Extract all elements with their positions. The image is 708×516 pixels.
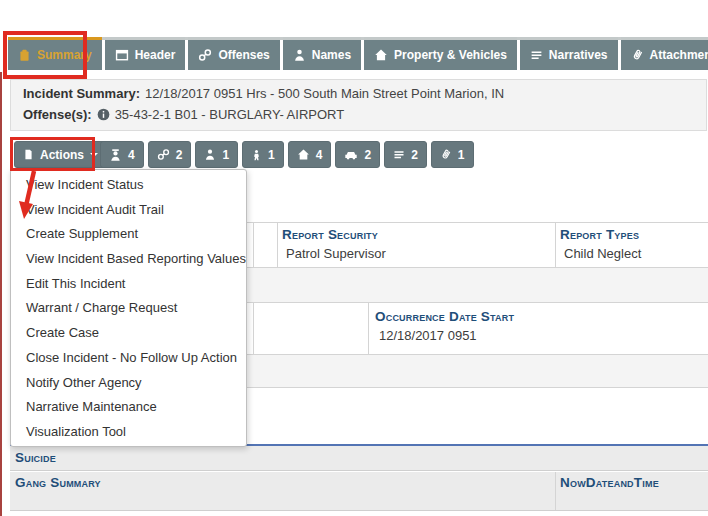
menu-item-warrant-charge-request[interactable]: Warrant / Charge Request: [11, 296, 246, 321]
badge-count: 1: [268, 148, 275, 162]
clipboard-icon: [18, 48, 31, 63]
menu-item-narrative-maintenance[interactable]: Narrative Maintenance: [11, 395, 246, 420]
incident-summary-panel: Incident Summary: 12/18/2017 0951 Hrs - …: [10, 79, 707, 131]
cell-divider: [253, 303, 254, 354]
names-count-badge[interactable]: 1: [195, 141, 238, 168]
badge-count: 1: [222, 148, 229, 162]
tab-header[interactable]: Header: [105, 37, 186, 70]
tab-label: Header: [135, 48, 176, 62]
entity-count-badges: 4 2 1 1 4 2 2: [100, 141, 474, 168]
cell-divider: [253, 223, 254, 267]
tab-narratives[interactable]: Narratives: [520, 37, 618, 70]
incident-summary-label: Incident Summary:: [23, 86, 140, 101]
now-date-and-time-label: NowDateandTime: [560, 475, 659, 490]
tab-offenses[interactable]: Offenses: [188, 37, 279, 70]
tab-bar: Summary Header Offenses Names Property &…: [8, 37, 708, 70]
offenses-count-badge[interactable]: 2: [148, 141, 192, 168]
menu-item-close-incident-no-follow-up[interactable]: Close Incident - No Follow Up Action: [11, 346, 246, 371]
incident-summary-value: 12/18/2017 0951 Hrs - 500 South Main Str…: [145, 86, 504, 101]
narrative-lines-icon: [530, 49, 543, 62]
officer-icon: [109, 148, 122, 162]
attachments-count-badge[interactable]: 1: [431, 141, 474, 168]
report-security-value: Patrol Supervisor: [286, 246, 386, 261]
tab-label: Property & Vehicles: [394, 48, 507, 62]
offenses-label: Offense(s):: [23, 107, 92, 122]
menu-item-edit-this-incident[interactable]: Edit This Incident: [11, 272, 246, 297]
badge-count: 4: [316, 148, 323, 162]
menu-item-create-case[interactable]: Create Case: [11, 321, 246, 346]
suicide-section-row: Suicide: [10, 446, 708, 471]
tab-label: Offenses: [218, 48, 269, 62]
suicide-label: Suicide: [15, 450, 56, 465]
cell-divider: [555, 223, 556, 267]
paperclip-icon: [631, 48, 644, 62]
tab-names[interactable]: Names: [283, 37, 361, 70]
annotation-left-edge-line: [0, 72, 2, 516]
cell-divider: [277, 223, 278, 267]
narratives-count-badge[interactable]: 2: [384, 141, 427, 168]
handcuffs-icon: [157, 148, 170, 161]
badge-count: 4: [128, 148, 135, 162]
tab-label: Narratives: [549, 48, 608, 62]
tab-attachments[interactable]: Attachments: [621, 37, 708, 70]
paperclip-icon: [440, 148, 452, 161]
occurrence-date-start-value: 12/18/2017 0951: [379, 328, 477, 343]
cell-divider: [555, 472, 556, 510]
tab-label: Attachments: [650, 48, 708, 62]
pedestrian-icon: [251, 148, 262, 162]
property-count-badge[interactable]: 4: [288, 141, 332, 168]
menu-item-create-supplement[interactable]: Create Supplement: [11, 222, 246, 247]
offenses-line: Offense(s): 35-43-2-1 B01 - BURGLARY- AI…: [23, 107, 344, 122]
property-icon: [374, 48, 388, 62]
actions-button-label: Actions: [40, 148, 84, 162]
actions-dropdown-menu: View Incident Status View Incident Audit…: [10, 169, 247, 447]
vehicles-count-badge[interactable]: 2: [335, 141, 380, 168]
officers-count-badge[interactable]: 4: [100, 141, 144, 168]
occurrence-date-start-label: Occurrence Date Start: [375, 309, 514, 324]
person-icon: [204, 148, 216, 161]
badge-count: 1: [458, 148, 465, 162]
gang-summary-row: Gang Summary NowDateandTime: [10, 472, 708, 511]
tab-property-vehicles[interactable]: Property & Vehicles: [364, 37, 517, 70]
menu-item-notify-other-agency[interactable]: Notify Other Agency: [11, 371, 246, 396]
badge-count: 2: [176, 148, 183, 162]
menu-item-view-incident-status[interactable]: View Incident Status: [11, 173, 246, 198]
tab-summary[interactable]: Summary: [8, 37, 102, 70]
incident-summary-line: Incident Summary: 12/18/2017 0951 Hrs - …: [23, 86, 504, 101]
badge-count: 2: [364, 148, 371, 162]
info-icon[interactable]: [97, 108, 110, 121]
handcuffs-icon: [198, 48, 212, 62]
caret-down-icon: [90, 153, 98, 157]
tab-label: Summary: [37, 48, 92, 62]
car-icon: [344, 148, 358, 161]
gang-summary-label: Gang Summary: [15, 475, 101, 490]
tab-label: Names: [312, 48, 351, 62]
offenses-value: 35-43-2-1 B01 - BURGLARY- AIRPORT: [115, 107, 345, 122]
menu-item-visualization-tool[interactable]: Visualization Tool: [11, 420, 246, 445]
badge-count: 2: [411, 148, 418, 162]
report-security-label: Report Security: [282, 227, 378, 242]
actions-button[interactable]: Actions: [14, 141, 107, 168]
property-icon: [297, 148, 310, 161]
report-types-label: Report Types: [560, 227, 639, 242]
report-types-value: Child Neglect: [564, 246, 641, 261]
menu-item-view-incident-based-reporting-values[interactable]: View Incident Based Reporting Values: [11, 247, 246, 272]
document-icon: [23, 148, 34, 161]
person-icon: [293, 48, 306, 62]
menu-item-view-incident-audit-trail[interactable]: View Incident Audit Trail: [11, 198, 246, 223]
narrative-lines-icon: [393, 149, 405, 161]
cell-divider: [368, 303, 369, 354]
pedestrian-count-badge[interactable]: 1: [242, 141, 284, 168]
window-icon: [115, 48, 129, 62]
